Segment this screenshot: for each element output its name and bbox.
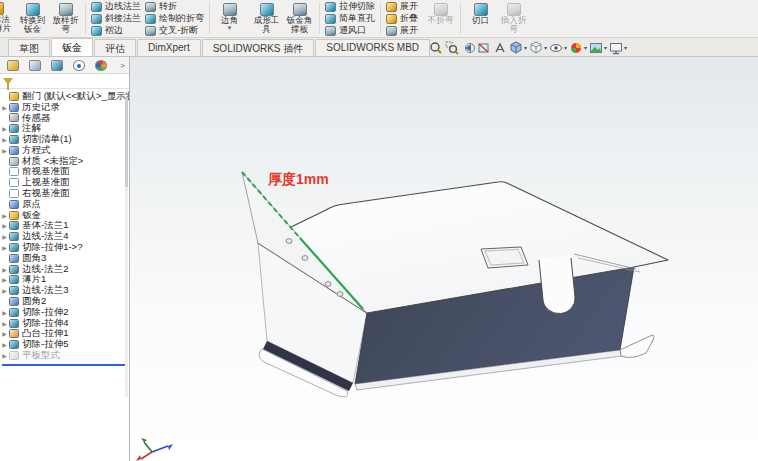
plane-icon — [9, 189, 19, 198]
tree-item-cutlist[interactable]: ▶ 切割清单(1) — [0, 134, 129, 145]
propertymanager-tab[interactable] — [24, 58, 46, 72]
tree-item-fillet3[interactable]: 圆角3 — [0, 253, 129, 264]
tab-sketch[interactable]: 草图 — [8, 39, 50, 56]
rollback-bar[interactable] — [2, 364, 127, 366]
model-3d[interactable]: 厚度1mm — [130, 57, 758, 461]
hide-show-items-icon[interactable]: ▾ — [549, 41, 567, 55]
tree-item-cut-extrude2[interactable]: ▶ 切除-拉伸2 — [0, 307, 129, 318]
view-settings-icon[interactable]: ▾ — [609, 41, 627, 55]
apply-scene-icon[interactable]: ▾ — [589, 41, 607, 55]
ribbon-button-insert-bends[interactable]: 插入折弯 — [497, 1, 530, 37]
flatten-icon — [386, 26, 397, 36]
expand-arrow-icon[interactable]: ▶ — [0, 276, 9, 283]
tree-item-edge-flange4[interactable]: ▶ 边线-法兰4 — [0, 231, 129, 242]
tree-item-cut-extrude1[interactable]: ▶ 切除-拉伸1->? — [0, 242, 129, 253]
expand-arrow-icon[interactable]: ▶ — [0, 352, 9, 359]
ribbon-button-edge-flange[interactable]: 边线法兰 — [89, 1, 143, 13]
tree-item-annotations[interactable]: ▶ 注解 — [0, 123, 129, 134]
tree-item-equations[interactable]: ▶ 方程式 — [0, 145, 129, 156]
expand-arrow-icon[interactable]: ▶ — [0, 244, 9, 251]
expand-arrow-icon[interactable]: ▶ — [0, 233, 9, 240]
ribbon-button-miter-flange[interactable]: 斜接法兰 — [89, 13, 143, 25]
ribbon-button-fold[interactable]: 折叠 — [384, 13, 420, 25]
ribbon-button-cross-break[interactable]: 交叉-折断 — [143, 25, 206, 37]
expand-arrow-icon[interactable]: ▶ — [0, 287, 9, 294]
zoom-fit-icon[interactable] — [429, 41, 443, 55]
expand-arrow-icon[interactable]: ▶ — [0, 147, 9, 154]
tree-item-history[interactable]: ▶ 历史记录 — [0, 102, 129, 113]
tree-item-sheetmetal-folder[interactable]: ▶ 钣金 — [0, 210, 129, 221]
tree-item-edge-flange2[interactable]: ▶ 边线-法兰2 — [0, 264, 129, 275]
ribbon-button-convert-to-sheetmetal[interactable]: 转换到钣金 — [16, 1, 49, 37]
displaymanager-tab[interactable] — [90, 58, 112, 72]
tree-root-part[interactable]: 翻门 (默认<<默认>_显示状态 1>)->? — [0, 91, 129, 102]
tree-item-fillet2[interactable]: 圆角2 — [0, 296, 129, 307]
tree-item-boss-extrude1[interactable]: ▶ 凸台-拉伸1 — [0, 329, 129, 340]
display-style-icon[interactable]: ▾ — [529, 41, 547, 55]
annotations-icon[interactable] — [493, 41, 507, 55]
expand-arrow-icon[interactable]: ▶ — [0, 125, 9, 132]
tree-item-material[interactable]: 材质 <未指定> — [0, 156, 129, 167]
ribbon-button-no-bends[interactable]: 不折弯 — [424, 1, 457, 37]
expand-arrow-icon[interactable]: ▶ — [0, 104, 9, 111]
ribbon-button-simple-hole[interactable]: 简单直孔 — [323, 13, 377, 25]
filter-funnel-icon[interactable] — [3, 78, 13, 85]
section-view-icon[interactable] — [477, 41, 491, 55]
ribbon-button-corners[interactable]: 边角 ▾ — [213, 1, 246, 37]
expand-arrow-icon[interactable]: ▶ — [0, 266, 9, 273]
tab-evaluate[interactable]: 评估 — [94, 39, 136, 56]
thickness-annotation[interactable]: 厚度1mm — [267, 171, 329, 187]
tree-item-tab1[interactable]: ▶ 薄片1 — [0, 275, 129, 286]
expand-arrow-icon[interactable]: ▶ — [0, 309, 9, 316]
ribbon-button-forming-tool[interactable]: 成形工具 — [250, 1, 283, 37]
tree-item-cut-extrude5[interactable]: ▶ 切除-拉伸5 — [0, 339, 129, 350]
tree-item-front-plane[interactable]: 前视基准面 — [0, 167, 129, 178]
tree-item-flat-pattern[interactable]: ▶ 平板型式 — [0, 350, 129, 361]
tree-item-base-flange1[interactable]: ▶ 基体-法兰1 — [0, 221, 129, 232]
tree-item-cut-extrude4[interactable]: ▶ 切除-拉伸4 — [0, 318, 129, 329]
featuremanager-tab[interactable] — [2, 58, 24, 72]
ribbon-button-flatten[interactable]: 展开 — [384, 25, 420, 37]
zoom-area-icon[interactable] — [445, 41, 459, 55]
expand-arrow-icon[interactable]: ▶ — [0, 341, 9, 348]
panel-tabs-overflow-chevron[interactable]: > — [120, 61, 127, 70]
expand-arrow-icon[interactable]: ▶ — [0, 136, 9, 143]
tree-item-label: 原点 — [22, 199, 41, 210]
tree-item-label: 材质 <未指定> — [22, 156, 83, 167]
tree-item-sensors[interactable]: 传感器 — [0, 113, 129, 124]
tree-item-origin[interactable]: 原点 — [0, 199, 129, 210]
view-orientation-icon[interactable]: ▾ — [509, 41, 527, 55]
ribbon-button-rip[interactable]: 切口 — [464, 1, 497, 37]
ribbon-button-sheetmetal-gusset[interactable]: 钣金角撑板 — [283, 1, 316, 37]
ribbon-button-sketched-bend[interactable]: 绘制的折弯 — [143, 13, 206, 25]
cutlist-icon — [9, 135, 19, 144]
expand-arrow-icon[interactable]: ▶ — [0, 222, 9, 229]
dimxpertmanager-tab[interactable] — [68, 58, 90, 72]
expand-arrow-icon[interactable]: ▶ — [0, 212, 9, 219]
ribbon-button-lofted-bend[interactable]: 放样折弯 — [49, 1, 82, 37]
tree-scrollbar-thumb[interactable] — [125, 97, 128, 187]
ribbon-button-hem[interactable]: 褶边 — [89, 25, 143, 37]
ribbon-button-extruded-cut[interactable]: 拉伸切除 — [323, 1, 377, 13]
tab-solidworks-mbd[interactable]: SOLIDWORKS MBD — [315, 39, 430, 56]
tree-item-top-plane[interactable]: 上视基准面 — [0, 177, 129, 188]
edit-appearance-icon[interactable]: ▾ — [569, 41, 587, 55]
expand-arrow-icon[interactable]: ▶ — [0, 330, 9, 337]
ribbon-button-jog[interactable]: 转折 — [143, 1, 206, 13]
graphics-area[interactable]: 厚度1mm — [130, 57, 758, 461]
tab-sheetmetal[interactable]: 钣金 — [51, 38, 93, 56]
configurationmanager-tab[interactable] — [46, 58, 68, 72]
tab-solidworks-addins[interactable]: SOLIDWORKS 插件 — [202, 39, 315, 56]
previous-view-icon[interactable] — [461, 41, 475, 55]
expand-arrow-icon[interactable]: ▶ — [0, 320, 9, 327]
tree-item-right-plane[interactable]: 右视基准面 — [0, 188, 129, 199]
ribbon-button-unfold[interactable]: 展开 — [384, 1, 420, 13]
hole — [325, 282, 331, 287]
edge-flange-feature-icon — [9, 265, 19, 274]
ribbon-button-vent[interactable]: 通风口 — [323, 25, 377, 37]
ribbon-group-rip: 切口 插入折弯 — [462, 0, 532, 37]
tree-scrollbar[interactable] — [125, 97, 128, 397]
ribbon-button-base-flange-clipped[interactable]: 基体法兰/薄片 — [0, 0, 13, 37]
tab-dimxpert[interactable]: DimXpert — [137, 39, 201, 56]
tree-item-edge-flange3[interactable]: ▶ 边线-法兰3 — [0, 285, 129, 296]
